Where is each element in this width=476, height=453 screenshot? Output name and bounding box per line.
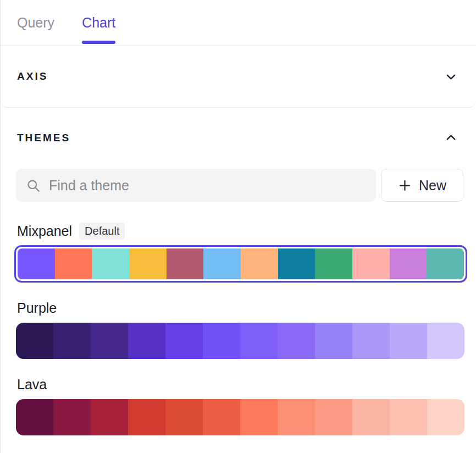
theme-swatch[interactable] (18, 248, 464, 279)
default-badge: Default (79, 223, 125, 240)
color-cell (390, 399, 427, 435)
color-cell (16, 323, 53, 359)
color-cell (128, 323, 165, 359)
search-placeholder: Find a theme (49, 178, 129, 194)
color-cell (92, 248, 129, 279)
color-cell (352, 248, 390, 279)
color-cell (427, 323, 464, 359)
tab-query[interactable]: Query (17, 0, 54, 45)
color-cell (390, 248, 427, 279)
chart-settings-panel: Query Chart AXIS THEMES (0, 0, 476, 453)
color-cell (91, 323, 128, 359)
chevron-down-icon[interactable] (445, 70, 457, 83)
tab-chart[interactable]: Chart (82, 0, 115, 45)
color-cell (240, 323, 278, 359)
color-cell (129, 248, 167, 279)
color-cell (203, 248, 241, 279)
color-cell (16, 399, 53, 435)
chevron-up-icon[interactable] (445, 131, 457, 144)
new-theme-button-label: New (419, 178, 446, 194)
color-cell (165, 399, 203, 435)
plus-icon (398, 179, 412, 192)
axis-section-header[interactable]: AXIS (1, 46, 476, 108)
color-cell (315, 399, 352, 435)
theme-search-row: Find a theme New (16, 169, 463, 202)
theme-name: Mixpanel (17, 223, 72, 239)
color-cell (241, 248, 278, 279)
themes-section: THEMES Find a theme (1, 131, 476, 453)
color-cell (53, 323, 91, 359)
color-cell (352, 323, 390, 359)
color-cell (165, 323, 203, 359)
theme-swatch[interactable] (16, 399, 464, 435)
theme-label-row: Lava (17, 377, 460, 393)
search-icon (26, 178, 41, 193)
color-cell (91, 399, 128, 435)
color-cell (427, 248, 464, 279)
color-cell (315, 323, 352, 359)
color-cell (167, 248, 204, 279)
color-cell (278, 399, 315, 435)
color-cell (240, 399, 278, 435)
selected-theme-ring[interactable] (14, 245, 467, 283)
theme-list: MixpanelDefaultPurpleLavaMist (1, 223, 476, 453)
color-cell (203, 399, 240, 435)
theme-name: Purple (17, 300, 57, 316)
themes-section-title: THEMES (17, 132, 70, 144)
themes-section-header[interactable]: THEMES (17, 131, 457, 144)
color-cell (18, 248, 55, 279)
color-cell (278, 323, 315, 359)
color-cell (55, 248, 92, 279)
theme-label-row: MixpanelDefault (17, 223, 460, 240)
color-cell (427, 399, 464, 435)
axis-section-title: AXIS (17, 70, 48, 82)
theme-label-row: Purple (17, 300, 460, 316)
color-cell (203, 323, 240, 359)
search-input[interactable]: Find a theme (16, 169, 376, 202)
color-cell (390, 323, 427, 359)
color-cell (128, 399, 165, 435)
tab-bar: Query Chart (1, 0, 476, 46)
color-cell (53, 399, 91, 435)
theme-swatch[interactable] (16, 323, 464, 359)
color-cell (352, 399, 390, 435)
color-cell (315, 248, 352, 279)
new-theme-button[interactable]: New (381, 169, 463, 202)
theme-name: Lava (17, 377, 47, 393)
color-cell (278, 248, 316, 279)
